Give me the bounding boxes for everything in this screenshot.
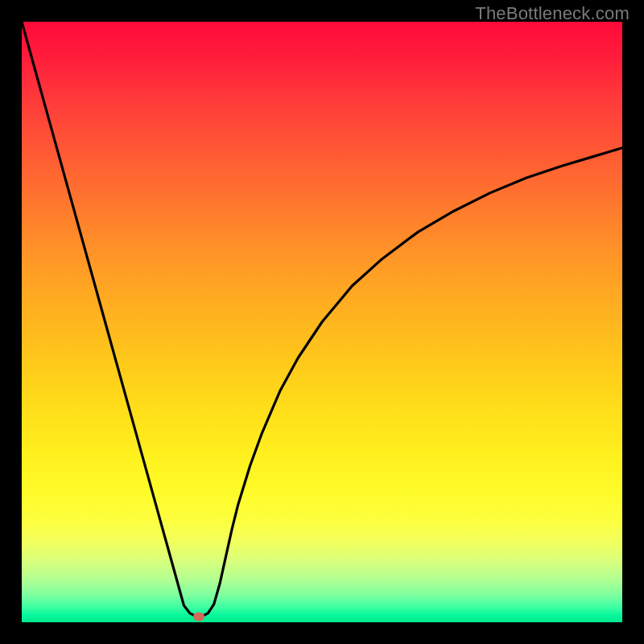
chart-frame: TheBottleneck.com	[0, 0, 644, 644]
plot-area	[22, 22, 622, 622]
watermark-text: TheBottleneck.com	[475, 3, 630, 24]
optimal-point-marker	[193, 612, 204, 621]
response-curve	[22, 22, 622, 617]
curve-layer	[22, 22, 622, 622]
